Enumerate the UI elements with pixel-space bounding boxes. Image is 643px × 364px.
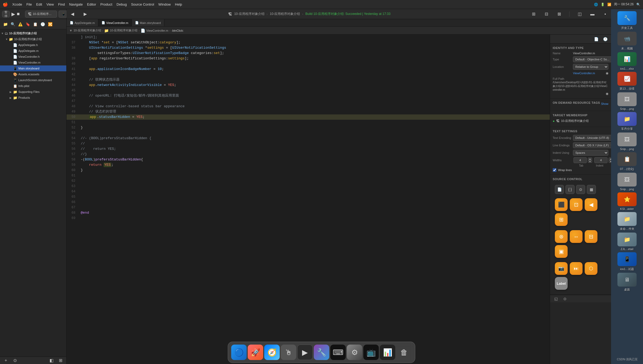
indent-value-input[interactable] (594, 157, 608, 163)
line-endings-select[interactable]: Default - OS X / Unix (LF) (573, 142, 611, 148)
dock-safari[interactable]: 🧭 (264, 345, 280, 360)
menu-source-control[interactable]: Source Control (131, 2, 154, 6)
menu-view[interactable]: View (46, 2, 54, 6)
action-btn-8[interactable]: ▣ (555, 245, 568, 258)
dock-trash[interactable]: 🗑 (396, 345, 412, 360)
desktop-icon-zjl[interactable]: 📁 ZJL...etail (614, 233, 640, 251)
search-icon[interactable]: 🔍 (636, 3, 640, 6)
action-btn-2[interactable]: ⊡ (570, 198, 583, 211)
sidebar-btn-3[interactable]: ⚠️ (17, 21, 23, 27)
desktop-icon-ios-test[interactable]: 📱 ios1...试题 (614, 252, 640, 271)
sidebar-item-appdelegate-h[interactable]: 📄 AppDelegate.h (0, 42, 66, 48)
wrap-lines-checkbox[interactable] (553, 168, 556, 172)
menu-product[interactable]: Product (100, 2, 112, 6)
sidebar-btn-1[interactable]: 📁 (2, 21, 9, 27)
menu-help[interactable]: Help (175, 2, 182, 6)
code-editor[interactable]: ] init]; 37 NSSet *set = [NSSet setWithO… (67, 35, 550, 364)
tab-appdelegate[interactable]: 📄 AppDelegate.m (67, 19, 98, 26)
sidebar-btn-6[interactable]: 🕐 (39, 21, 46, 27)
menu-edit[interactable]: Edit (36, 2, 42, 6)
sidebar-item-launchscreen[interactable]: 📱 LaunchScreen.storyboard (0, 77, 66, 83)
nav-back-btn[interactable]: ◀ (69, 10, 76, 18)
sidebar-item-main-storyboard[interactable]: 📱 Main.storyboard (0, 65, 66, 71)
nav-fwd-btn[interactable]: ▶ (82, 10, 89, 18)
action-btn-3[interactable]: ◀ (585, 198, 597, 211)
action-btn-4[interactable]: ⊞ (555, 213, 568, 226)
action-btn-5[interactable]: ⊛ (555, 230, 568, 243)
menu-xcode[interactable]: Xcode (12, 2, 22, 6)
inspector-file-btn[interactable]: 📄 (592, 35, 600, 43)
sidebar-item-appdelegate-m[interactable]: 📄 AppDelegate.m (0, 48, 66, 54)
menu-editor[interactable]: Editor (87, 2, 96, 6)
dock-launchpad[interactable]: 🚀 (248, 345, 263, 360)
dock-monitor[interactable]: 📊 (380, 345, 395, 360)
location-select[interactable]: Relative to Group (573, 64, 608, 70)
sidebar-btn-5[interactable]: 📋 (32, 21, 38, 27)
dock-qt[interactable]: ▶ (297, 345, 313, 360)
sc-icon-2[interactable]: { } (565, 185, 575, 194)
desktop-icon-xlsx1[interactable]: 📊 ios1....xlsx (614, 52, 640, 70)
desktop-icon-snip3[interactable]: 🖼 Snip....png (614, 173, 640, 191)
insp-bottom-btn1[interactable]: ◱ (552, 295, 560, 303)
dock-finder[interactable]: 🔵 (231, 345, 247, 360)
desktop-icon-xlsx2[interactable]: 📈 第13…业绩 (614, 72, 640, 91)
add-file-button[interactable]: ＋ (2, 357, 10, 364)
inspector-history-btn[interactable]: 🕐 (601, 35, 609, 43)
menu-navigate[interactable]: Navigate (69, 2, 83, 6)
action-btn-1[interactable]: ⬛ (555, 198, 568, 211)
menu-debug[interactable]: Debug (117, 2, 127, 6)
desktop-icon-video[interactable]: 📹 未…视频 (614, 32, 640, 51)
type-select[interactable]: Default - Objective-C So... (573, 56, 611, 62)
sidebar-btn-2[interactable]: 🔍 (10, 21, 16, 27)
dock-tools[interactable]: 🔧 (314, 345, 329, 360)
sidebar-btn-4[interactable]: 🔖 (25, 21, 31, 27)
indent-stepper-down[interactable]: ▼ (609, 160, 611, 163)
editor-standard-btn[interactable]: ⊞ (530, 10, 537, 18)
location-reveal-btn[interactable]: ◉ (606, 71, 608, 75)
menu-find[interactable]: Find (58, 2, 65, 6)
sc-icon-1[interactable]: 📄 (555, 185, 564, 194)
dock-iina[interactable]: 📺 (363, 345, 379, 360)
tab-stepper-up[interactable]: ▲ (588, 158, 592, 160)
fullpath-copy-btn[interactable]: ◉ (606, 92, 608, 96)
toggle-inspector-btn[interactable]: ▪ (601, 10, 609, 18)
pause-button[interactable]: 暂停 (2, 11, 10, 17)
sidebar-item-supporting-files[interactable]: ▶ 📁 Supporting Files (0, 89, 66, 95)
menu-window[interactable]: Window (158, 2, 171, 6)
desktop-icon-folder2[interactable]: 📁 未命…件夹 (614, 212, 640, 231)
desktop-icon-snip1[interactable]: 🖼 Snip....png (614, 92, 640, 110)
desktop-icon-folder1[interactable]: 📁 车丹分享 (614, 112, 640, 131)
menu-file[interactable]: File (26, 2, 32, 6)
filter-button[interactable]: ⊙ (11, 357, 19, 364)
tree-inner-folder[interactable]: ▼ 📁 10-应用程序对象介绍 (0, 36, 66, 42)
action-btn-10[interactable]: ⏭ (570, 262, 583, 275)
toggle-debug-btn[interactable]: ▬ (589, 10, 596, 18)
editor-assistant-btn[interactable]: ⊟ (543, 10, 550, 18)
desktop-icon-snip2[interactable]: 🖼 Snip....png (614, 133, 640, 151)
toggle-navigator-btn[interactable]: ◫ (576, 10, 583, 18)
desktop-icon-optimize[interactable]: 📋 07…(优化) (614, 152, 640, 171)
dock-prefs[interactable]: ⚙ (347, 345, 362, 360)
apple-menu[interactable]: 🍎 (3, 2, 8, 7)
action-btn-label[interactable]: Label (555, 277, 568, 290)
insp-bottom-btn2[interactable]: ⊙ (561, 295, 569, 303)
desktop-icon-devtools[interactable]: 🔧 开发工具 (614, 11, 640, 30)
action-btn-7[interactable]: ⊟ (585, 230, 597, 243)
indent-stepper-up[interactable]: ▲ (609, 158, 611, 160)
encoding-select[interactable]: Default - Unicode (UTF-8) (573, 135, 611, 141)
dock-mouse[interactable]: 🖱 (281, 345, 296, 360)
expand-button[interactable]: ◧ (48, 357, 55, 364)
run-button[interactable]: ▶ (11, 10, 15, 18)
desktop-icon-desktop[interactable]: 🖥 桌面 (614, 273, 640, 292)
sidebar-btn-7[interactable]: 🔀 (47, 21, 53, 27)
collapse-button[interactable]: ⊞ (57, 357, 64, 364)
stop-button[interactable]: ■ (17, 10, 20, 18)
sc-icon-3[interactable]: ⊙ (576, 185, 585, 194)
action-btn-11[interactable]: ⬡ (585, 262, 597, 275)
action-btn-9[interactable]: 📷 (555, 262, 568, 275)
sidebar-item-viewcontroller-m[interactable]: 📄 ViewController.m (0, 60, 66, 65)
tab-value-input[interactable] (573, 157, 587, 163)
indent-using-select[interactable]: Spaces (573, 150, 608, 156)
sidebar-item-info-plist[interactable]: 📋 Info.plist (0, 83, 66, 89)
sidebar-item-assets[interactable]: 🎨 Assets.xcassets (0, 71, 66, 77)
